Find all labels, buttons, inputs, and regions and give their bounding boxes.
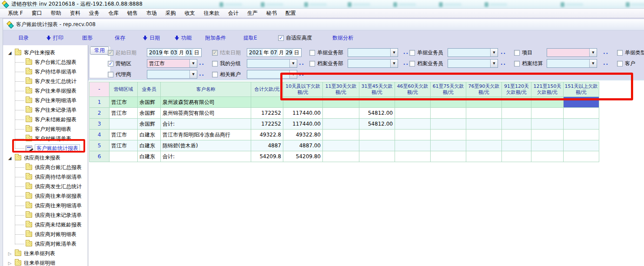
table-cell[interactable]: [395, 108, 431, 119]
table-cell[interactable]: 54812.00: [359, 119, 395, 130]
tree-group-item[interactable]: ▷往来单据列表: [3, 249, 88, 258]
table-cell[interactable]: 陈锦碧(曾木盾): [161, 140, 251, 151]
table-cell[interactable]: [531, 130, 564, 140]
dropdown-arrow-button[interactable]: ▼: [490, 49, 498, 57]
table-cell[interactable]: [251, 97, 283, 108]
filter-checkbox[interactable]: [617, 50, 623, 56]
table-cell[interactable]: 余国辉: [138, 119, 161, 130]
tree-item[interactable]: 客户对账清单表: [3, 134, 88, 143]
dropdown-arrow-button[interactable]: ▼: [390, 49, 398, 57]
toolbar-checkbox-auto-height[interactable]: 自适应高度: [278, 34, 312, 42]
menu-item[interactable]: 往来款: [199, 9, 224, 18]
table-cell[interactable]: [110, 119, 138, 130]
dropdown-arrow-button[interactable]: ▼: [490, 60, 498, 67]
table-cell[interactable]: [395, 140, 431, 151]
table-cell[interactable]: [395, 130, 431, 140]
dropdown-arrow-button[interactable]: ▼: [289, 70, 297, 78]
menu-item[interactable]: 秘书: [262, 9, 281, 18]
table-cell[interactable]: [466, 140, 502, 151]
tree-item[interactable]: 客户未结账龄报表: [3, 115, 88, 124]
table-cell[interactable]: [531, 151, 564, 162]
table-cell[interactable]: [531, 119, 564, 130]
more-options-link[interactable]: ..: [603, 60, 609, 66]
table-cell[interactable]: [323, 140, 359, 151]
menu-item[interactable]: 仓库: [104, 9, 123, 18]
table-cell[interactable]: [359, 140, 395, 151]
tree-item[interactable]: 供应商未结账龄报表: [3, 220, 88, 229]
tree-item[interactable]: 供应商发生汇总统计: [3, 182, 88, 191]
table-cell[interactable]: [431, 130, 466, 140]
table-cell[interactable]: [359, 151, 395, 162]
tree-item[interactable]: 客户往来记录清单: [3, 105, 88, 115]
tree-collapsed-icon[interactable]: ▷: [7, 261, 12, 266]
filter-dropdown[interactable]: ▼: [547, 59, 597, 68]
tree-item[interactable]: 客户往来单据报表: [3, 86, 88, 96]
table-cell[interactable]: [283, 97, 323, 108]
table-cell[interactable]: [564, 130, 599, 140]
table-cell[interactable]: [564, 151, 599, 162]
table-cell[interactable]: 117440.00: [283, 119, 323, 130]
filter-dropdown[interactable]: ▼: [348, 48, 398, 57]
table-cell[interactable]: [466, 130, 502, 140]
filter-dropdown[interactable]: ▼: [247, 70, 297, 79]
table-cell[interactable]: [502, 119, 531, 130]
more-options-link[interactable]: ..: [199, 60, 205, 66]
menu-item[interactable]: 采购: [161, 9, 180, 18]
table-cell[interactable]: [564, 97, 599, 108]
table-cell[interactable]: 白建东: [138, 130, 161, 140]
table-cell[interactable]: [466, 97, 502, 108]
date-field[interactable]: 2021年07月29日: [247, 48, 302, 57]
filter-checkbox[interactable]: [409, 61, 415, 66]
menu-item[interactable]: 帮助: [46, 9, 66, 18]
tree-item[interactable]: 客户往来明细清单: [3, 96, 88, 105]
tree-item[interactable]: 客户台账汇总报表: [3, 57, 88, 67]
toolbar-button[interactable]: 日期: [143, 34, 160, 42]
more-options-link[interactable]: ..: [603, 49, 609, 55]
table-cell[interactable]: [564, 108, 599, 119]
menu-item[interactable]: 市场: [142, 9, 161, 18]
table-cell[interactable]: [110, 151, 138, 162]
tree-item[interactable]: 客户对账明细表: [3, 124, 88, 134]
toolbar-button[interactable]: 附加条件: [205, 34, 226, 42]
date-day-segment[interactable]: 29: [285, 49, 293, 56]
common-tab-button[interactable]: 常用: [90, 47, 109, 55]
tree-group-item[interactable]: ▷往来单据明细: [3, 258, 88, 266]
tree-item[interactable]: 供应商待结单据清单: [3, 172, 88, 182]
dropdown-arrow-button[interactable]: ▼: [589, 60, 597, 67]
table-cell[interactable]: [431, 140, 466, 151]
tree-collapsed-icon[interactable]: ▷: [7, 251, 12, 256]
table-cell[interactable]: [323, 97, 359, 108]
date-year-segment[interactable]: 2021: [249, 49, 263, 56]
row-number-cell[interactable]: 1: [90, 97, 110, 108]
tree-item[interactable]: 供应商台账汇总报表: [3, 163, 88, 172]
table-cell[interactable]: [502, 151, 531, 162]
toolbar-button[interactable]: 数据分析: [332, 34, 353, 42]
filter-checkbox[interactable]: [309, 50, 315, 56]
row-number-cell[interactable]: 3: [90, 119, 110, 130]
table-cell[interactable]: 晋江市: [110, 130, 138, 140]
table-cell[interactable]: [323, 108, 359, 119]
menu-item[interactable]: 收支: [180, 9, 199, 18]
table-cell[interactable]: 泉州波森贸易有限公司: [161, 97, 251, 108]
dropdown-arrow-button[interactable]: ▼: [189, 60, 197, 67]
table-cell[interactable]: [502, 140, 531, 151]
tree-item[interactable]: 供应商往来记录清单: [3, 210, 88, 220]
table-cell[interactable]: [431, 119, 466, 130]
table-cell[interactable]: 合计:: [161, 119, 251, 130]
filter-checkbox[interactable]: [212, 72, 218, 77]
table-cell[interactable]: [466, 108, 502, 119]
date-field[interactable]: 2019年03月01日: [147, 48, 202, 57]
table-cell[interactable]: 白建东: [138, 151, 161, 162]
filter-checkbox[interactable]: [108, 61, 113, 66]
more-options-link[interactable]: ..: [501, 60, 506, 66]
tree-expanded-icon[interactable]: ◢: [7, 156, 12, 160]
filter-checkbox[interactable]: [514, 61, 520, 66]
tree-item[interactable]: 供应商往来单据报表: [3, 191, 88, 201]
dropdown-arrow-button[interactable]: ▼: [189, 70, 197, 78]
table-cell[interactable]: [431, 108, 466, 119]
table-cell[interactable]: [564, 119, 599, 130]
table-cell[interactable]: 晋江市: [110, 108, 138, 119]
filter-checkbox[interactable]: [108, 50, 113, 56]
menu-item[interactable]: 系统 F: [3, 9, 27, 18]
menu-item[interactable]: 会计: [224, 9, 243, 18]
